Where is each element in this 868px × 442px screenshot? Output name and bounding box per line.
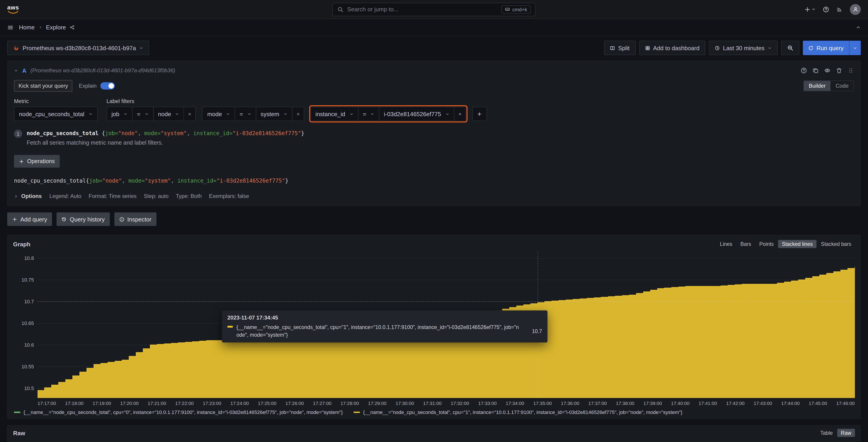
x-axis-tick: 17:35:00 [533, 401, 552, 406]
filter-value-select[interactable]: system [256, 107, 292, 121]
remove-query-button[interactable] [836, 67, 842, 74]
filter-op-select[interactable]: = [132, 107, 154, 121]
options-expand-icon[interactable] [14, 194, 18, 198]
top-nav: aws cmd+k [0, 0, 868, 19]
filter-label-select[interactable]: instance_id [310, 107, 359, 121]
datasource-picker[interactable]: Prometheus ws-d3b280c8-013d-4601-b97a [7, 41, 149, 55]
graph-mode-stacked-lines[interactable]: Stacked lines [778, 240, 816, 248]
x-axis-tick: 17:34:00 [506, 401, 524, 406]
query-history-label: Query history [70, 216, 105, 223]
chevron-down-icon [283, 112, 287, 116]
raw-tab-raw[interactable]: Raw [837, 429, 855, 437]
add-query-button[interactable]: Add query [7, 213, 52, 226]
chart-plot[interactable]: 2023-11-07 17:34:45 {__name__="node_cpu_… [37, 252, 855, 398]
query-help-button[interactable] [801, 67, 807, 74]
collapse-top-button[interactable] [856, 25, 861, 30]
breadcrumb-item-home[interactable]: Home [19, 24, 35, 31]
query-ref-id[interactable]: A [22, 67, 27, 74]
tab-code[interactable]: Code [831, 81, 854, 91]
chevron-down-icon [88, 112, 92, 116]
graph-mode-stacked-bars[interactable]: Stacked bars [817, 240, 855, 248]
x-axis-tick: 17:33:00 [478, 401, 497, 406]
aws-logo[interactable]: aws [7, 4, 19, 14]
clock-icon [715, 45, 720, 51]
breadcrumb-item-explore[interactable]: Explore [46, 24, 66, 31]
drag-query-handle[interactable] [848, 67, 854, 74]
filter-value-select[interactable]: node [153, 107, 184, 121]
x-axis-tick: 17:19:00 [93, 401, 111, 406]
y-axis-tick: 10.65 [22, 320, 34, 326]
grip-icon [848, 67, 854, 74]
inspector-button[interactable]: Inspector [114, 213, 156, 226]
x-axis-tick: 17:31:00 [423, 401, 441, 406]
run-query-caret-button[interactable] [849, 41, 861, 55]
legend-item[interactable]: {__name__="node_cpu_seconds_total", cpu=… [353, 409, 682, 415]
x-axis-tick: 17:28:00 [341, 401, 359, 406]
menu-toggle-button[interactable] [7, 24, 13, 31]
legend-series-label: {__name__="node_cpu_seconds_total", cpu=… [24, 409, 343, 415]
metric-select[interactable]: node_cpu_seconds_total [14, 107, 97, 121]
close-icon [188, 112, 192, 116]
plus-icon [477, 112, 482, 116]
graph-mode-bars[interactable]: Bars [737, 240, 755, 248]
add-to-dashboard-button[interactable]: Add to dashboard [639, 41, 705, 55]
explain-toggle[interactable] [100, 82, 115, 90]
chevron-down-icon [853, 46, 857, 50]
eye-icon [824, 67, 831, 74]
options-legend: Legend: Auto [50, 193, 82, 199]
y-axis: 10.510.5510.610.6510.710.7510.8 [13, 252, 34, 398]
filter-value-select[interactable]: i-03d2e8146526ef775 [379, 107, 454, 121]
remove-filter-button[interactable] [454, 107, 466, 121]
hide-query-button[interactable] [824, 67, 831, 74]
search-bar[interactable]: cmd+k [332, 2, 536, 16]
aws-logo-text: aws [7, 4, 19, 10]
filter-op-select[interactable]: = [358, 107, 379, 121]
query-row-header: A (Prometheus ws-d3b280c8-013d-4601-b97a… [14, 65, 854, 76]
grafana-explore-app: aws cmd+k [0, 0, 868, 442]
options-title[interactable]: Options [21, 193, 42, 199]
x-axis-tick: 17:41:00 [699, 401, 717, 406]
tab-builder[interactable]: Builder [804, 81, 831, 91]
operations-button[interactable]: Operations [14, 155, 60, 168]
query-history-button[interactable]: Query history [57, 213, 110, 226]
help-button[interactable] [823, 6, 829, 12]
filter-label-select[interactable]: mode [203, 107, 235, 121]
add-filter-button[interactable] [472, 107, 487, 121]
kick-start-button[interactable]: Kick start your query [14, 80, 72, 92]
duplicate-query-button[interactable] [812, 67, 819, 74]
y-axis-tick: 10.55 [22, 364, 34, 369]
run-query-button[interactable]: Run query [803, 41, 849, 55]
user-avatar[interactable] [850, 4, 861, 15]
share-button[interactable] [69, 25, 74, 30]
filter-label-select[interactable]: job [106, 107, 132, 121]
raw-tab-table[interactable]: Table [817, 429, 836, 437]
query-options-row: Options Legend: Auto Format: Time series… [14, 193, 854, 199]
legend-series-dash [353, 411, 360, 413]
time-range-picker[interactable]: Last 30 minutes [709, 41, 778, 55]
x-axis-tick: 17:30:00 [396, 401, 414, 406]
label-filters-label: Label filters [106, 98, 487, 104]
graph-mode-points[interactable]: Points [756, 240, 777, 248]
search-input[interactable] [347, 6, 498, 13]
remove-filter-button[interactable] [292, 107, 304, 121]
chevron-down-icon [175, 112, 179, 116]
remove-filter-button[interactable] [184, 107, 196, 121]
x-axis-tick: 17:37:00 [588, 401, 607, 406]
zoom-out-button[interactable] [781, 41, 799, 55]
x-axis-tick: 17:17:00 [37, 401, 56, 406]
user-icon [852, 6, 858, 12]
legend-item[interactable]: {__name__="node_cpu_seconds_total", cpu=… [14, 409, 343, 415]
split-button[interactable]: Split [604, 41, 636, 55]
x-axis-tick: 17:32:00 [451, 401, 469, 406]
tooltip-timestamp: 2023-11-07 17:34:45 [227, 315, 542, 321]
add-query-label: Add query [20, 216, 47, 223]
filter-op-select[interactable]: = [235, 107, 256, 121]
x-axis-tick: 17:40:00 [671, 401, 690, 406]
chevron-down-icon [349, 112, 353, 116]
news-button[interactable] [836, 6, 843, 12]
graph-mode-lines[interactable]: Lines [716, 240, 736, 248]
raw-query-preview: node_cpu_seconds_total{job="node", mode=… [14, 177, 854, 185]
collapse-query-icon[interactable] [14, 68, 18, 72]
create-new-button[interactable] [804, 6, 815, 12]
search-icon [337, 6, 344, 12]
